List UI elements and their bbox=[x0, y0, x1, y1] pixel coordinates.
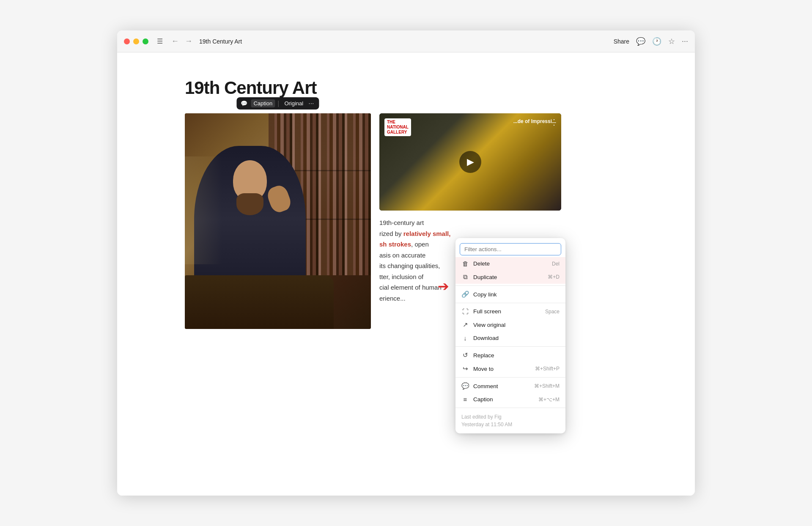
duplicate-shortcut: ⌘+D bbox=[548, 274, 560, 280]
close-button[interactable] bbox=[124, 38, 130, 44]
delete-shortcut: Del bbox=[552, 261, 560, 267]
original-toolbar-button[interactable]: Original bbox=[282, 99, 306, 107]
menu-divider-4 bbox=[455, 377, 565, 378]
move-to-shortcut: ⌘+Shift+P bbox=[535, 366, 560, 372]
context-menu-comment[interactable]: 💬 Comment ⌘+Shift+M bbox=[455, 379, 565, 393]
move-to-label: Move to bbox=[473, 366, 531, 372]
maximize-button[interactable] bbox=[143, 38, 148, 44]
video-logo: THENATIONALGALLERY bbox=[384, 118, 411, 136]
context-menu-move-to[interactable]: ↪ Move to ⌘+Shift+P bbox=[455, 362, 565, 375]
menu-divider-1 bbox=[455, 285, 565, 286]
text-highlight-1: relatively small, bbox=[403, 230, 451, 237]
image-block: 💬 Caption | Original ··· bbox=[185, 113, 371, 329]
text-line7: tter, inclusion of bbox=[379, 273, 423, 280]
table-area bbox=[185, 275, 334, 329]
caption-shortcut: ⌘+⌥+M bbox=[538, 397, 560, 403]
toolbar-more-icon[interactable]: ··· bbox=[307, 100, 315, 107]
caption-toolbar-button[interactable]: Caption bbox=[251, 99, 275, 107]
menu-divider-2 bbox=[455, 303, 565, 303]
text-line6: its changing qualities, bbox=[379, 262, 440, 269]
context-menu-download[interactable]: ↓ Download bbox=[455, 331, 565, 345]
video-title: ...de of Impressi... bbox=[513, 118, 556, 124]
image-toolbar: 💬 Caption | Original ··· bbox=[236, 97, 319, 110]
hamburger-icon[interactable]: ☰ bbox=[157, 37, 163, 45]
painting-background bbox=[185, 113, 371, 329]
man-hand bbox=[265, 184, 293, 214]
menu-divider-5 bbox=[455, 408, 565, 408]
titlebar-actions: Share 💬 🕐 ☆ ··· bbox=[614, 37, 688, 46]
toolbar-separator: | bbox=[277, 100, 279, 107]
link-icon: 🔗 bbox=[461, 290, 469, 298]
external-link-icon: ↗ bbox=[461, 321, 469, 329]
app-window: ☰ ← → 19th Century Art Share 💬 🕐 ☆ ··· 1… bbox=[117, 30, 695, 496]
context-menu-caption[interactable]: ≡ Caption ⌘+⌥+M bbox=[455, 393, 565, 406]
text-line1: 19th-century art bbox=[379, 219, 424, 226]
replace-icon: ↺ bbox=[461, 351, 469, 359]
video-options-icon[interactable]: ⋮ bbox=[550, 118, 558, 127]
context-menu-copy-link[interactable]: 🔗 Copy link bbox=[455, 288, 565, 301]
play-icon: ▶ bbox=[467, 156, 474, 167]
context-menu-view-original[interactable]: ↗ View original bbox=[455, 318, 565, 331]
move-to-icon: ↪ bbox=[461, 365, 469, 373]
video-block: THENATIONALGALLERY ...de of Impressi... … bbox=[379, 113, 561, 211]
context-menu-fullscreen[interactable]: ⛶ Full screen Space bbox=[455, 305, 565, 318]
chat-icon[interactable]: 💬 bbox=[636, 37, 645, 46]
page-title: 19th Century Art bbox=[185, 78, 627, 98]
text-highlight-2: sh strokes bbox=[379, 241, 411, 248]
trash-icon: 🗑 bbox=[461, 260, 469, 267]
context-menu-duplicate[interactable]: ⧉ Duplicate ⌘+D bbox=[455, 270, 565, 284]
replace-label: Replace bbox=[473, 352, 560, 359]
titlebar: ☰ ← → 19th Century Art Share 💬 🕐 ☆ ··· bbox=[117, 30, 695, 52]
footer-line2: Yesterday at 11:50 AM bbox=[461, 421, 560, 428]
menu-divider-3 bbox=[455, 346, 565, 347]
nav-arrows: ← → bbox=[170, 36, 194, 47]
view-original-label: View original bbox=[473, 322, 560, 328]
star-icon[interactable]: ☆ bbox=[668, 37, 675, 46]
fullscreen-shortcut: Space bbox=[545, 309, 560, 315]
footer-line1: Last edited by Fig bbox=[461, 413, 560, 421]
text-line2: rized by bbox=[379, 230, 403, 237]
share-button[interactable]: Share bbox=[614, 38, 629, 45]
page-content: 19th Century Art 💬 Caption | Original ··… bbox=[117, 52, 695, 496]
text-line5: asis on accurate bbox=[379, 252, 425, 259]
text-line9: erience... bbox=[379, 295, 406, 302]
copy-link-label: Copy link bbox=[473, 291, 560, 298]
duplicate-label: Duplicate bbox=[473, 274, 543, 280]
clock-icon[interactable]: 🕐 bbox=[652, 37, 661, 46]
download-label: Download bbox=[473, 335, 560, 341]
caption-toolbar-icon: 💬 bbox=[241, 100, 247, 107]
back-button[interactable]: ← bbox=[170, 36, 181, 47]
caption-icon: ≡ bbox=[461, 396, 469, 403]
filter-actions-input[interactable] bbox=[460, 243, 561, 255]
forward-button[interactable]: → bbox=[183, 36, 194, 47]
painting-image bbox=[185, 113, 371, 329]
fullscreen-label: Full screen bbox=[473, 308, 541, 315]
video-play-button[interactable]: ▶ bbox=[459, 151, 481, 173]
context-menu-replace[interactable]: ↺ Replace bbox=[455, 348, 565, 362]
traffic-lights bbox=[124, 38, 148, 44]
caption-label: Caption bbox=[473, 396, 534, 403]
context-menu-footer: Last edited by Fig Yesterday at 11:50 AM bbox=[455, 410, 565, 431]
comment-shortcut: ⌘+Shift+M bbox=[534, 383, 560, 389]
window-title: 19th Century Art bbox=[199, 38, 609, 45]
text-line4: , open bbox=[411, 241, 429, 248]
light-highlight bbox=[185, 156, 222, 264]
comment-label: Comment bbox=[473, 383, 530, 389]
minimize-button[interactable] bbox=[133, 38, 139, 44]
context-menu: 🗑 Delete Del ⧉ Duplicate ⌘+D 🔗 Copy link bbox=[455, 238, 565, 433]
fullscreen-icon: ⛶ bbox=[461, 308, 469, 315]
video-background: THENATIONALGALLERY ...de of Impressi... … bbox=[379, 113, 561, 211]
media-row: 💬 Caption | Original ··· bbox=[185, 113, 627, 329]
context-menu-delete[interactable]: 🗑 Delete Del bbox=[455, 257, 565, 270]
more-options-icon[interactable]: ··· bbox=[682, 37, 688, 46]
comment-icon: 💬 bbox=[461, 382, 469, 390]
download-icon: ↓ bbox=[461, 334, 469, 342]
delete-label: Delete bbox=[473, 260, 548, 267]
duplicate-icon: ⧉ bbox=[461, 273, 469, 281]
text-line8: cial element of human bbox=[379, 284, 442, 291]
